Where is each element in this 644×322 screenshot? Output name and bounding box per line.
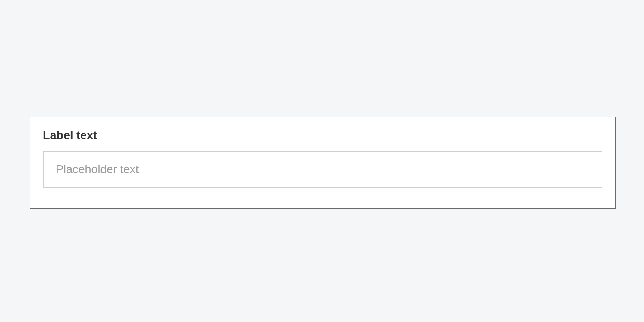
text-input[interactable] bbox=[43, 151, 602, 188]
form-card: Label text bbox=[30, 117, 616, 209]
input-label: Label text bbox=[43, 129, 602, 142]
